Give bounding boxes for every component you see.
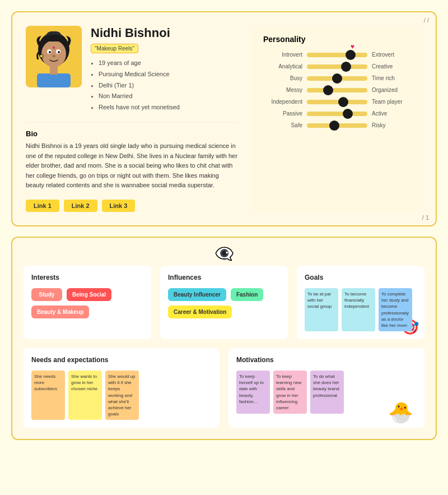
influences-tags: Beauty Influencer Fashion Career & Motiv… xyxy=(168,288,280,318)
trait-indicator-2 xyxy=(332,73,342,84)
interests-box: Interests Study Being Social Beauty & Ma… xyxy=(24,266,151,339)
profile-details: 19 years of age Pursuing Medical Science… xyxy=(91,58,180,113)
trait-indicator-6 xyxy=(329,121,339,131)
trait-bar-6 xyxy=(307,123,367,128)
link-button-3[interactable]: Link 3 xyxy=(102,200,136,212)
influences-box: Influences Beauty Influencer Fashion Car… xyxy=(160,266,288,339)
detail-monetization: Reels have not yet monetised xyxy=(99,102,180,113)
svg-point-6 xyxy=(58,51,60,53)
interest-tag-social: Being Social xyxy=(67,288,111,301)
trait-bar-4 xyxy=(307,100,367,104)
trait-right-1: Creative xyxy=(372,63,411,70)
trait-left-2: Busy xyxy=(263,75,302,81)
corner-decoration-bottom: / 1 xyxy=(422,214,429,221)
trait-row-2: BusyTime rich xyxy=(263,75,411,81)
role-tag: "Makeup Reels" xyxy=(91,44,138,53)
profile-header: Nidhi Bishnoi "Makeup Reels" 19 years of… xyxy=(26,26,239,113)
svg-point-8 xyxy=(40,54,43,58)
personality-title: Personality xyxy=(263,35,411,44)
svg-point-7 xyxy=(52,55,55,57)
trait-left-0: Introvert xyxy=(263,52,302,58)
motivation-note-2: To keep learning new skills and grow in … xyxy=(273,371,307,414)
personality-panel: Personality Introvert♥ExtrovertAnalytica… xyxy=(252,26,422,212)
motivation-note-3: To do what she does her beauty brand pro… xyxy=(310,371,344,414)
link-buttons: Link 1 Link 2 Link 3 xyxy=(26,200,239,212)
influence-tag-fashion: Fashion xyxy=(231,288,263,301)
monster-decoration: 🐣 xyxy=(388,401,413,424)
svg-point-2 xyxy=(41,40,66,67)
trait-row-0: Introvert♥Extrovert xyxy=(263,52,411,58)
trait-row-4: IndependentTeam player xyxy=(263,99,411,105)
trait-right-6: Risky xyxy=(372,122,411,128)
needs-box: Needs and expectations She needs more su… xyxy=(24,348,220,428)
interest-tag-beauty: Beauty & Makeup xyxy=(31,306,89,318)
bio-title: Bio xyxy=(26,129,239,138)
trait-indicator-4 xyxy=(338,97,348,107)
trait-row-1: AnalyticalCreative xyxy=(263,63,411,70)
trait-left-6: Safe xyxy=(263,122,302,128)
lower-sections-grid: Needs and expectations She needs more su… xyxy=(24,348,424,428)
svg-rect-9 xyxy=(37,73,71,87)
profile-name: Nidhi Bishnoi xyxy=(91,26,180,40)
profile-card: / / xyxy=(11,11,437,226)
needs-title: Needs and expectations xyxy=(31,356,212,364)
trait-left-3: Messy xyxy=(263,87,302,93)
goal-note-2: To become financially independent xyxy=(342,288,375,331)
motivations-box: Motivations To keep herself up to date w… xyxy=(228,348,424,428)
motivation-note-1: To keep herself up to date with beauty, … xyxy=(236,371,270,414)
profile-left-panel: Nidhi Bishnoi "Makeup Reels" 19 years of… xyxy=(26,26,239,212)
link-button-2[interactable]: Link 2 xyxy=(64,200,97,212)
bio-text: Nidhi Bishnoi is a 19 years old single l… xyxy=(26,141,239,191)
detail-location: Delhi (Tier 1) xyxy=(99,80,180,91)
heart-icon: ♥ xyxy=(351,43,354,50)
trait-left-5: Passive xyxy=(263,110,302,117)
detail-marital: Non Married xyxy=(99,91,180,102)
trait-indicator-5 xyxy=(343,109,353,119)
motivations-title: Motivations xyxy=(236,356,417,364)
goal-note-1: To be at par with her social group xyxy=(305,288,338,331)
trait-left-1: Analytical xyxy=(263,63,302,70)
trait-row-5: PassiveActive xyxy=(263,110,411,117)
influence-tag-beauty: Beauty Influencer xyxy=(168,288,226,301)
trait-indicator-3 xyxy=(323,85,333,95)
needs-notes: She needs more subscribers She wants to … xyxy=(31,371,212,420)
link-button-1[interactable]: Link 1 xyxy=(26,200,59,212)
trait-right-4: Team player xyxy=(372,99,411,105)
trait-row-6: SafeRisky xyxy=(263,122,411,128)
detail-education: Pursuing Medical Science xyxy=(99,69,180,80)
trait-right-5: Active xyxy=(372,110,411,117)
corner-decoration-top: / / xyxy=(424,17,429,24)
goals-title: Goals xyxy=(305,274,417,281)
influence-tag-career: Career & Motivation xyxy=(168,306,232,318)
trait-bar-2 xyxy=(307,76,367,81)
trait-right-3: Organized xyxy=(372,87,411,93)
traits-container: Introvert♥ExtrovertAnalyticalCreativeBus… xyxy=(263,52,411,128)
top-sections-grid: Interests Study Being Social Beauty & Ma… xyxy=(24,266,424,339)
interests-title: Interests xyxy=(31,274,143,281)
emoji-decoration: 👁️‍🗨️ xyxy=(214,244,234,263)
influences-title: Influences xyxy=(168,274,280,281)
interests-tags: Study Being Social Beauty & Makeup xyxy=(31,288,143,318)
bio-section: Bio Nidhi Bishnoi is a 19 years old sing… xyxy=(26,122,239,191)
trait-indicator-0 xyxy=(346,50,356,60)
trait-bar-0: ♥ xyxy=(307,53,367,57)
trait-right-2: Time rich xyxy=(372,75,411,81)
need-note-2: She wants to grow in her chosen niche xyxy=(68,371,102,420)
goals-notes: To be at par with her social group To be… xyxy=(305,288,417,331)
svg-rect-10 xyxy=(50,67,58,75)
detail-age: 19 years of age xyxy=(99,58,180,69)
need-note-3: She would up with it if she keeps workin… xyxy=(105,371,139,420)
interest-tag-study: Study xyxy=(31,288,62,301)
trait-bar-1 xyxy=(307,64,367,69)
avatar xyxy=(26,26,82,87)
trait-row-3: MessyOrganized xyxy=(263,87,411,93)
trait-bar-5 xyxy=(307,112,367,116)
svg-point-11 xyxy=(53,47,55,49)
profile-info: Nidhi Bishnoi "Makeup Reels" 19 years of… xyxy=(91,26,180,113)
trait-right-0: Extrovert xyxy=(372,52,411,58)
trait-indicator-1 xyxy=(341,62,351,72)
trait-left-4: Independent xyxy=(263,99,302,105)
need-note-1: She needs more subscribers xyxy=(31,371,65,420)
trait-bar-3 xyxy=(307,88,367,92)
interests-card: 👁️‍🗨️ Interests Study Being Social Beaut… xyxy=(11,237,437,440)
